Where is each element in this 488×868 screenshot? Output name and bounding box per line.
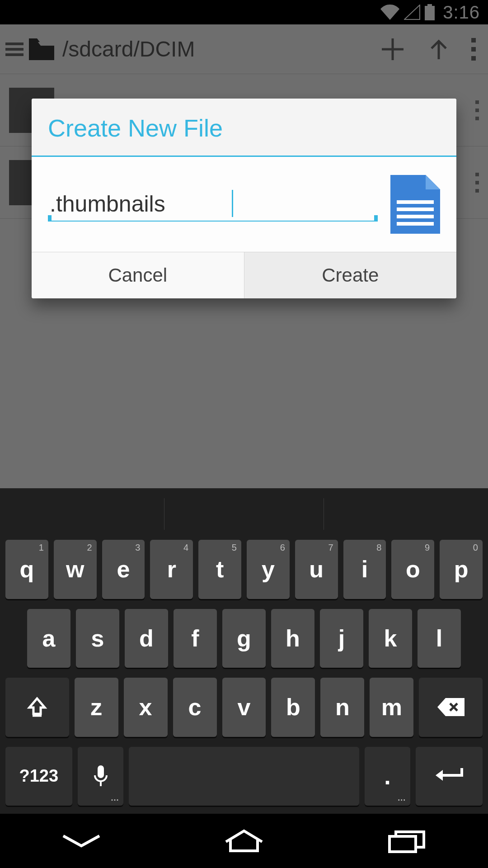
key-k[interactable]: k [369,609,412,668]
keyboard-row-4: ?123 ... .... [5,747,483,806]
key-w[interactable]: 2w [54,540,97,599]
key-p[interactable]: 0p [440,540,483,599]
key-x[interactable]: x [124,678,168,737]
key-period[interactable]: .... [365,747,411,806]
system-nav-bar [0,814,488,868]
key-g[interactable]: g [222,609,266,668]
key-a[interactable]: a [27,609,70,668]
key-symbols[interactable]: ?123 [5,747,72,806]
key-s[interactable]: s [76,609,119,668]
key-v[interactable]: v [222,678,266,737]
key-j[interactable]: j [320,609,363,668]
keyboard-row-1: 1q 2w 3e 4r 5t 6y 7u 8i 9o 0p [5,540,483,599]
svg-rect-9 [389,836,416,852]
key-n[interactable]: n [320,678,364,737]
key-q[interactable]: 1q [5,540,48,599]
key-i[interactable]: 8i [343,540,386,599]
create-file-dialog: Create New File Cancel Create [32,99,456,298]
filename-input[interactable] [48,189,378,222]
key-u[interactable]: 7u [295,540,338,599]
dialog-title: Create New File [32,99,456,157]
key-e[interactable]: 3e [102,540,145,599]
key-h[interactable]: h [271,609,314,668]
key-f[interactable]: f [174,609,217,668]
filename-input-wrap[interactable] [48,189,378,222]
svg-rect-7 [98,765,104,778]
key-z[interactable]: z [75,678,118,737]
key-t[interactable]: 5t [198,540,241,599]
key-backspace[interactable] [419,678,483,737]
key-b[interactable]: b [271,678,315,737]
key-d[interactable]: d [125,609,168,668]
suggestion-bar [5,498,483,530]
soft-keyboard: 1q 2w 3e 4r 5t 6y 7u 8i 9o 0p a s d f g … [0,488,488,814]
key-o[interactable]: 9o [391,540,434,599]
keyboard-row-2: a s d f g h j k l [5,609,483,668]
file-type-icon[interactable] [390,175,440,236]
nav-back-icon[interactable] [59,830,104,852]
dialog-buttons: Cancel Create [32,252,456,298]
nav-recents-icon[interactable] [384,828,429,854]
key-space[interactable] [129,747,359,806]
key-r[interactable]: 4r [150,540,193,599]
key-y[interactable]: 6y [247,540,290,599]
key-m[interactable]: m [370,678,413,737]
key-shift[interactable] [5,678,69,737]
key-c[interactable]: c [173,678,217,737]
key-enter[interactable] [416,747,483,806]
cancel-button[interactable]: Cancel [32,252,244,298]
dialog-body [32,157,456,252]
text-cursor [232,190,233,217]
create-button[interactable]: Create [244,252,457,298]
key-l[interactable]: l [418,609,461,668]
nav-home-icon[interactable] [221,828,267,854]
key-voice[interactable]: ... [78,747,124,806]
keyboard-row-3: z x c v b n m [5,678,483,737]
